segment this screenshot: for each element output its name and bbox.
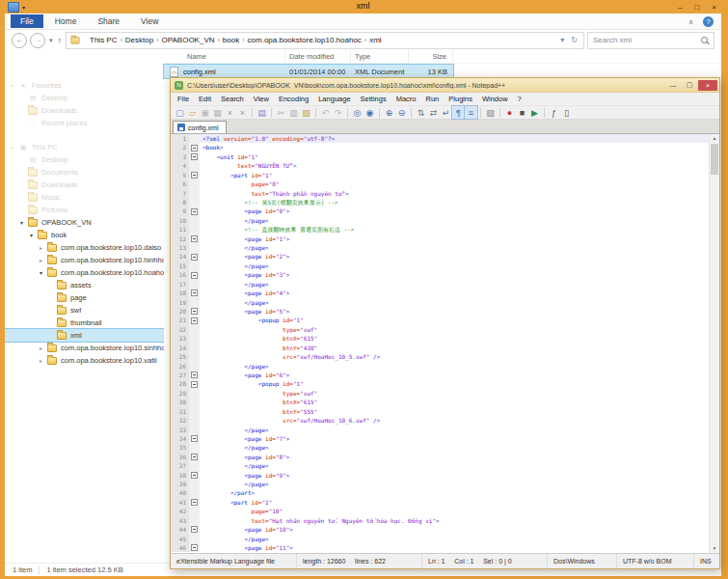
toolbar-record-macro-icon[interactable]: ● xyxy=(503,106,516,119)
ribbon-tab-view[interactable]: View xyxy=(131,14,168,28)
sidebar-item-desktop[interactable]: ▤Desktop xyxy=(5,92,164,104)
line-content[interactable]: <page id="11"> xyxy=(200,543,709,552)
toolbar-paste-icon[interactable]: ▨ xyxy=(300,106,312,119)
fold-collapse-icon[interactable] xyxy=(191,472,198,479)
fold-collapse-icon[interactable] xyxy=(191,208,198,215)
sidebar-item-com-opa-bookstore-lop10-vatli[interactable]: ▸com.opa.bookstore.lop10.vatli xyxy=(5,354,164,367)
sidebar-item-desktop[interactable]: ▤Desktop xyxy=(5,153,164,166)
toolbar-print-icon[interactable]: ▤ xyxy=(256,106,268,119)
toolbar-redo-icon[interactable]: ↷ xyxy=(332,106,344,119)
help-icon[interactable]: ? xyxy=(703,16,714,27)
toolbar-undo-icon[interactable]: ↶ xyxy=(319,106,332,119)
fold-collapse-icon[interactable] xyxy=(191,254,198,261)
breadcrumb-segment[interactable]: This PC xyxy=(87,36,120,44)
notepadpp-titlebar[interactable]: C:\Users\user\Desktop\OPABOOK_VN\book\co… xyxy=(171,78,719,93)
line-content[interactable]: page="0" xyxy=(200,179,709,188)
line-content[interactable]: <!-- 第5页(横翻页效果显示) --> xyxy=(200,198,709,207)
menu-edit[interactable]: Edit xyxy=(194,95,216,103)
toolbar-play-macro-icon[interactable]: ▶ xyxy=(528,106,541,119)
tab-config-xml[interactable]: config.xml xyxy=(173,121,227,133)
search-input[interactable] xyxy=(588,33,714,48)
toolbar-copy-icon[interactable]: ▥ xyxy=(287,106,300,119)
breadcrumb-segment[interactable]: com.opa.bookstore.lop10.hoahoc xyxy=(245,36,364,44)
line-content[interactable]: </page> xyxy=(200,461,709,470)
toolbar-find-icon[interactable]: ◎ xyxy=(351,106,364,119)
line-content[interactable]: </page> xyxy=(200,262,709,270)
line-content[interactable]: <page id="0"> xyxy=(200,207,709,215)
sidebar-item-com-opa-bookstore-lop10-sinhhoc[interactable]: ▸com.opa.bookstore.lop10.sinhhoc xyxy=(5,342,164,354)
line-content[interactable]: <part id="2" xyxy=(200,498,709,507)
explorer-titlebar[interactable]: ▾ xml – □ × xyxy=(5,0,721,14)
fold-collapse-icon[interactable] xyxy=(191,172,198,179)
fold-collapse-icon[interactable] xyxy=(191,153,198,160)
menu-encoding[interactable]: Encoding xyxy=(274,95,313,103)
breadcrumb-bar[interactable]: This PC›Desktop›OPABOOK_VN›book›com.opa.… xyxy=(66,32,584,49)
sidebar-item-pictures[interactable]: Pictures xyxy=(5,204,164,216)
column-header-size[interactable]: Size xyxy=(409,50,453,63)
sidebar-item-thumbnail[interactable]: thumbnail xyxy=(5,317,164,329)
sidebar-item-page[interactable]: page xyxy=(5,291,164,304)
sidebar-item-recent-places[interactable]: ◌Recent places xyxy=(5,117,164,129)
close-icon[interactable]: × xyxy=(698,80,717,91)
line-content[interactable]: btnX="615" xyxy=(200,398,709,406)
tree-open-arrow-icon[interactable]: ▾ xyxy=(11,144,18,151)
toolbar-function-list-icon[interactable]: ƒ xyxy=(548,106,560,119)
line-content[interactable]: <page id="5"> xyxy=(200,307,709,316)
toolbar-open-folder-icon[interactable]: ▱ xyxy=(186,106,199,119)
qat-dropdown-icon[interactable]: ▾ xyxy=(22,4,25,11)
tree-closed-arrow-icon[interactable]: ▸ xyxy=(40,244,47,251)
line-content[interactable]: <unit id="1" xyxy=(200,152,709,161)
sidebar-item-opabook-vn[interactable]: ▾OPABOOK_VN xyxy=(5,216,164,229)
close-icon[interactable]: × xyxy=(712,3,716,12)
menu-language[interactable]: Language xyxy=(313,95,355,103)
menu-run[interactable]: Run xyxy=(421,95,445,103)
editor-vertical-scrollbar[interactable]: ▲ ▼ xyxy=(709,134,719,553)
sidebar-item-downloads[interactable]: Downloads xyxy=(5,179,164,191)
fold-collapse-icon[interactable] xyxy=(191,308,198,315)
refresh-icon[interactable]: ↻ xyxy=(569,36,580,44)
sidebar-item-documents[interactable]: Documents xyxy=(5,166,164,179)
line-content[interactable]: src="swf/HoaHoc_10_5.swf" /> xyxy=(200,352,709,361)
forward-button[interactable]: → xyxy=(30,33,45,48)
tree-closed-arrow-icon[interactable]: ▸ xyxy=(40,257,47,263)
line-content[interactable]: src="swf/HoaHoc_10_6.swf" /> xyxy=(200,416,709,425)
line-content[interactable]: <page id="1"> xyxy=(200,234,709,243)
line-content[interactable]: <page id="8"> xyxy=(200,453,709,461)
sidebar-item-downloads[interactable]: Downloads xyxy=(5,104,164,117)
line-content[interactable]: <page id="6"> xyxy=(200,371,709,379)
line-content[interactable]: <page id="4"> xyxy=(200,289,709,297)
line-content[interactable]: </part> xyxy=(200,488,709,497)
address-dropdown-icon[interactable]: ▾ xyxy=(558,36,566,44)
maximize-icon[interactable]: □ xyxy=(694,3,699,12)
editor[interactable]: 1<?xml version="1.0" encoding="utf-8"?>2… xyxy=(171,134,719,553)
sidebar-item-com-opa-bookstore-lop10-hinhhoc[interactable]: ▸com.opa.bookstore.lop10.hinhhoc xyxy=(5,254,164,266)
line-content[interactable]: <?xml version="1.0" encoding="utf-8"?> xyxy=(200,134,709,143)
fold-collapse-icon[interactable] xyxy=(191,272,198,279)
minimize-icon[interactable]: – xyxy=(678,3,682,12)
tree-open-arrow-icon[interactable]: ▾ xyxy=(30,232,38,238)
line-content[interactable]: <!-- 直接翻转效果 普通页面有右边 --> xyxy=(200,225,709,234)
line-content[interactable]: </page> xyxy=(200,298,709,307)
ribbon-tab-share[interactable]: Share xyxy=(88,14,129,28)
line-content[interactable]: </page> xyxy=(200,243,709,252)
tree-closed-arrow-icon[interactable]: ▸ xyxy=(40,357,47,364)
fold-collapse-icon[interactable] xyxy=(191,290,198,296)
line-content[interactable]: <book> xyxy=(200,143,709,152)
toolbar-zoom-in-icon[interactable]: ⊕ xyxy=(383,106,395,119)
line-content[interactable]: <page id="2"> xyxy=(200,252,709,261)
line-content[interactable]: text="Thành phần nguyên tử"> xyxy=(200,189,709,198)
line-content[interactable]: <page id="3"> xyxy=(200,270,709,279)
line-content[interactable]: </page> xyxy=(200,426,709,434)
menu-help[interactable]: ? xyxy=(513,95,526,103)
fold-collapse-icon[interactable] xyxy=(191,145,198,152)
line-content[interactable]: </page> xyxy=(200,362,709,371)
sidebar-item-assets[interactable]: assets xyxy=(5,279,164,291)
breadcrumb-segment[interactable]: book xyxy=(220,36,242,44)
line-content[interactable]: <page id="9"> xyxy=(200,471,709,480)
column-header-name[interactable]: Name xyxy=(164,50,285,63)
menu-settings[interactable]: Settings xyxy=(356,95,391,103)
toolbar-sync-vertical-scroll-icon[interactable]: ⇅ xyxy=(415,106,427,119)
menu-file[interactable]: File xyxy=(173,95,194,103)
line-content[interactable]: <popup id="1" xyxy=(200,379,709,388)
sidebar-item-xml[interactable]: xml xyxy=(5,329,164,342)
